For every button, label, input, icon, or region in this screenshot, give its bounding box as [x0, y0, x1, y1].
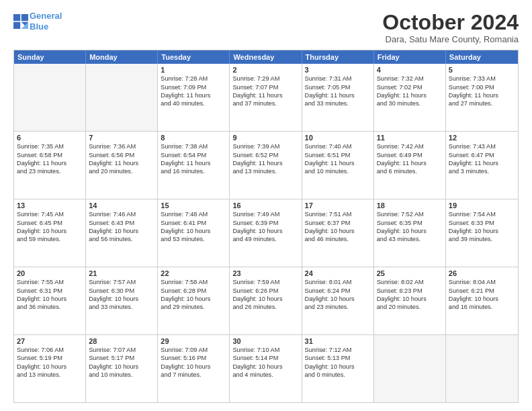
calendar-cell: 5Sunrise: 7:33 AMSunset: 7:00 PMDaylight… — [446, 64, 518, 131]
calendar-cell: 27Sunrise: 7:06 AMSunset: 5:19 PMDayligh… — [14, 335, 86, 402]
cell-text: Sunrise: 8:01 AM — [305, 278, 371, 286]
logo-icon — [13, 14, 28, 29]
title-area: October 2024 Dara, Satu Mare County, Rom… — [382, 11, 519, 44]
cell-text: Sunrise: 7:28 AM — [161, 75, 226, 83]
day-number: 16 — [232, 201, 298, 210]
cell-text: Sunset: 6:41 PM — [161, 219, 226, 227]
calendar-cell: 10Sunrise: 7:40 AMSunset: 6:51 PMDayligh… — [302, 132, 374, 199]
cell-text: Daylight: 10 hours — [232, 227, 298, 235]
calendar-cell: 17Sunrise: 7:51 AMSunset: 6:37 PMDayligh… — [302, 199, 374, 267]
calendar-cell: 7Sunrise: 7:36 AMSunset: 6:56 PMDaylight… — [86, 132, 158, 199]
cell-text: and 37 minutes. — [232, 99, 298, 107]
cell-text: Sunset: 6:54 PM — [161, 151, 226, 159]
cell-text: Daylight: 10 hours — [17, 363, 83, 371]
cell-text: Daylight: 11 hours — [305, 91, 371, 99]
cell-text: Sunrise: 7:45 AM — [17, 210, 83, 218]
cell-text: and 0 minutes. — [305, 371, 371, 379]
cell-text: and 7 minutes. — [161, 371, 226, 379]
cell-text: Sunrise: 7:55 AM — [17, 278, 83, 286]
calendar-row-0: 1Sunrise: 7:28 AMSunset: 7:09 PMDaylight… — [14, 64, 518, 132]
calendar-cell: 22Sunrise: 7:58 AMSunset: 6:28 PMDayligh… — [158, 267, 230, 334]
calendar-cell: 9Sunrise: 7:39 AMSunset: 6:52 PMDaylight… — [230, 132, 302, 199]
cell-text: Sunset: 7:07 PM — [232, 83, 298, 91]
cell-text: Sunrise: 7:46 AM — [89, 210, 154, 218]
cell-text: Daylight: 10 hours — [449, 227, 515, 235]
location-subtitle: Dara, Satu Mare County, Romania — [382, 34, 519, 44]
calendar-cell — [86, 64, 158, 131]
cell-text: Sunrise: 7:51 AM — [305, 210, 371, 218]
calendar-cell: 12Sunrise: 7:43 AMSunset: 6:47 PMDayligh… — [446, 132, 518, 199]
day-number: 1 — [161, 66, 226, 74]
calendar-cell: 21Sunrise: 7:57 AMSunset: 6:30 PMDayligh… — [86, 267, 158, 334]
cell-text: and 10 minutes. — [305, 167, 371, 175]
cell-text: Sunrise: 7:43 AM — [449, 142, 515, 150]
cell-text: and 4 minutes. — [232, 371, 298, 379]
cell-text: and 39 minutes. — [449, 235, 515, 243]
cell-text: Sunrise: 7:52 AM — [377, 210, 443, 218]
cell-text: Sunrise: 7:42 AM — [377, 142, 443, 150]
day-number: 20 — [17, 269, 83, 277]
calendar-cell: 13Sunrise: 7:45 AMSunset: 6:45 PMDayligh… — [14, 199, 86, 267]
calendar-cell: 14Sunrise: 7:46 AMSunset: 6:43 PMDayligh… — [86, 199, 158, 267]
day-number: 19 — [449, 201, 515, 210]
cell-text: Daylight: 10 hours — [305, 227, 371, 235]
cell-text: Sunset: 7:09 PM — [161, 83, 226, 91]
header-day-tuesday: Tuesday — [158, 50, 230, 64]
calendar-cell: 15Sunrise: 7:48 AMSunset: 6:41 PMDayligh… — [158, 199, 230, 267]
calendar-cell: 11Sunrise: 7:42 AMSunset: 6:49 PMDayligh… — [374, 132, 446, 199]
cell-text: Sunrise: 7:54 AM — [449, 210, 515, 218]
calendar-cell: 18Sunrise: 7:52 AMSunset: 6:35 PMDayligh… — [374, 199, 446, 267]
cell-text: and 10 minutes. — [89, 371, 154, 379]
cell-text: Sunset: 7:02 PM — [377, 83, 443, 91]
cell-text: Daylight: 11 hours — [377, 91, 443, 99]
cell-text: and 13 minutes. — [17, 371, 83, 379]
cell-text: Sunset: 6:37 PM — [305, 219, 371, 227]
calendar-cell — [446, 335, 518, 402]
day-number: 11 — [377, 134, 443, 142]
cell-text: and 49 minutes. — [232, 235, 298, 243]
calendar-cell: 30Sunrise: 7:10 AMSunset: 5:14 PMDayligh… — [230, 335, 302, 402]
calendar-cell: 2Sunrise: 7:29 AMSunset: 7:07 PMDaylight… — [230, 64, 302, 131]
cell-text: Daylight: 11 hours — [161, 91, 226, 99]
calendar-row-1: 6Sunrise: 7:35 AMSunset: 6:58 PMDaylight… — [14, 132, 518, 199]
cell-text: Daylight: 10 hours — [89, 295, 154, 303]
logo-blue: Blue — [30, 21, 48, 32]
cell-text: Sunrise: 7:58 AM — [161, 278, 226, 286]
cell-text: and 27 minutes. — [449, 99, 515, 107]
cell-text: and 20 minutes. — [89, 167, 154, 175]
calendar-cell: 19Sunrise: 7:54 AMSunset: 6:33 PMDayligh… — [446, 199, 518, 267]
calendar-cell: 6Sunrise: 7:35 AMSunset: 6:58 PMDaylight… — [14, 132, 86, 199]
cell-text: Sunset: 7:05 PM — [305, 83, 371, 91]
cell-text: and 13 minutes. — [232, 167, 298, 175]
cell-text: Sunrise: 8:02 AM — [377, 278, 443, 286]
calendar-cell — [374, 335, 446, 402]
calendar-cell — [14, 64, 86, 131]
cell-text: Daylight: 10 hours — [161, 295, 226, 303]
cell-text: and 40 minutes. — [161, 99, 226, 107]
cell-text: Sunrise: 8:04 AM — [449, 278, 515, 286]
cell-text: Daylight: 11 hours — [449, 159, 515, 167]
svg-rect-2 — [13, 21, 20, 28]
cell-text: Sunset: 6:33 PM — [449, 219, 515, 227]
cell-text: Daylight: 11 hours — [89, 159, 154, 167]
cell-text: Sunset: 7:00 PM — [449, 83, 515, 91]
calendar-row-2: 13Sunrise: 7:45 AMSunset: 6:45 PMDayligh… — [14, 199, 518, 267]
day-number: 10 — [305, 134, 371, 142]
cell-text: Daylight: 10 hours — [161, 227, 226, 235]
cell-text: Daylight: 11 hours — [232, 159, 298, 167]
cell-text: Sunset: 6:28 PM — [161, 287, 226, 295]
cell-text: Daylight: 10 hours — [89, 227, 154, 235]
day-number: 21 — [89, 269, 154, 277]
logo-general: General — [30, 11, 62, 21]
cell-text: Sunrise: 7:39 AM — [232, 142, 298, 150]
calendar-cell: 16Sunrise: 7:49 AMSunset: 6:39 PMDayligh… — [230, 199, 302, 267]
header-day-monday: Monday — [86, 50, 158, 64]
cell-text: and 20 minutes. — [377, 303, 443, 311]
calendar-cell: 23Sunrise: 7:59 AMSunset: 6:26 PMDayligh… — [230, 267, 302, 334]
cell-text: Sunset: 6:26 PM — [232, 287, 298, 295]
cell-text: and 3 minutes. — [449, 167, 515, 175]
cell-text: and 33 minutes. — [305, 99, 371, 107]
month-title: October 2024 — [382, 11, 519, 34]
calendar-body: 1Sunrise: 7:28 AMSunset: 7:09 PMDaylight… — [14, 64, 518, 402]
calendar-cell: 8Sunrise: 7:38 AMSunset: 6:54 PMDaylight… — [158, 132, 230, 199]
